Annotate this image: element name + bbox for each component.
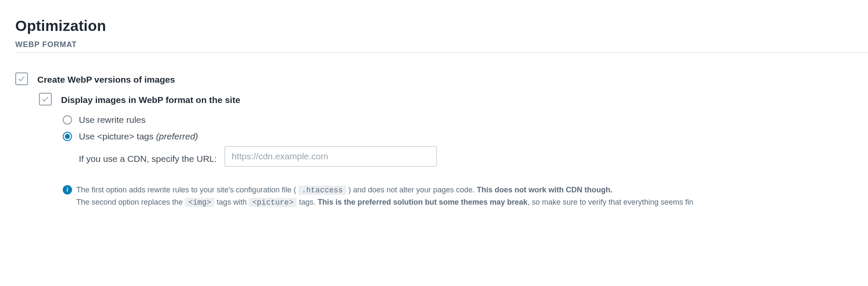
info-p1-bold: This does not work with CDN though.	[477, 186, 612, 194]
info-row: i The first option adds rewrite rules to…	[63, 184, 868, 209]
info-p2-d: , so make sure to verify that everything…	[528, 198, 693, 206]
info-p2-code2: <picture>	[249, 198, 297, 207]
radio-use-picture-tags[interactable]	[63, 132, 72, 141]
info-p1-b: ) and does not alter your pages code.	[346, 186, 477, 194]
cdn-url-input[interactable]	[225, 146, 437, 167]
create-webp-label: Create WebP versions of images	[37, 72, 175, 86]
page-title: Optimization	[15, 15, 868, 36]
info-p2-b: tags with	[214, 198, 249, 206]
info-p2-bold: This is the preferred solution but some …	[317, 198, 527, 206]
cdn-label: If you use a CDN, specify the URL:	[63, 153, 217, 165]
radio-picture-tag: <picture>	[97, 131, 134, 141]
radio-picture-suffix: tags	[134, 131, 156, 141]
radio-picture-preferred: (preferred)	[156, 131, 198, 141]
info-p2-code1: <img>	[185, 198, 214, 207]
info-icon: i	[63, 185, 72, 194]
display-webp-row: Display images in WebP format on the sit…	[39, 93, 868, 106]
display-webp-checkbox[interactable]	[39, 93, 52, 106]
cdn-row: If you use a CDN, specify the URL:	[63, 149, 868, 169]
display-webp-label: Display images in WebP format on the sit…	[61, 93, 240, 106]
create-webp-row: Create WebP versions of images	[15, 72, 868, 86]
info-p1-a: The first option adds rewrite rules to y…	[76, 186, 298, 194]
info-p2-c: tags.	[297, 198, 317, 206]
radio-use-picture-tags-label: Use <picture> tags (preferred)	[79, 130, 198, 142]
radio-use-rewrite-rules[interactable]	[63, 115, 72, 125]
section-heading: WEBP FORMAT	[15, 39, 868, 53]
radio-row-rewrite: Use rewrite rules	[63, 114, 868, 126]
check-icon	[18, 75, 25, 83]
info-p1-code1: .htaccess	[298, 186, 346, 195]
radio-picture-prefix: Use	[79, 131, 97, 141]
check-icon	[42, 95, 49, 103]
create-webp-checkbox[interactable]	[15, 72, 28, 85]
info-p2-a: The second option replaces the	[76, 198, 185, 206]
radio-use-rewrite-rules-label: Use rewrite rules	[79, 114, 146, 126]
info-text: The first option adds rewrite rules to y…	[76, 184, 693, 209]
display-method-radio-group: Use rewrite rules Use <picture> tags (pr…	[63, 114, 868, 143]
radio-row-picture: Use <picture> tags (preferred)	[63, 130, 868, 142]
